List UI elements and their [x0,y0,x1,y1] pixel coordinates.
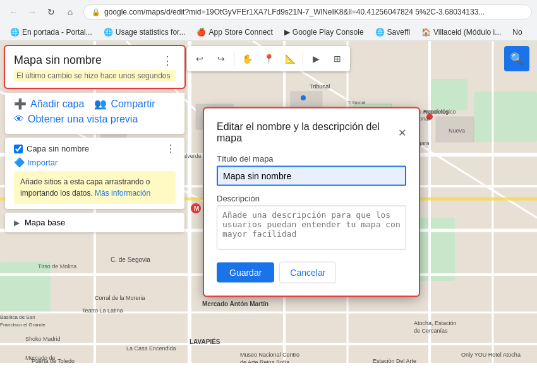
cancel-button[interactable]: Cancelar [279,262,336,283]
bookmark-saveffi[interactable]: 🌐 Saveffi [370,26,415,39]
bookmark-appstore[interactable]: 🍎 App Store Connect [191,26,277,39]
bookmark-label-more: No [512,28,522,37]
bookmarks-bar: 🌐 En portada - Portal... 🌐 Usage statist… [0,24,537,41]
modal-overlay: Editar el nombre y la descripción del ma… [0,41,537,363]
description-label: Descripción [217,194,406,203]
modal-title: Editar el nombre y la descripción del ma… [217,121,398,144]
address-bar[interactable]: 🔒 google.com/maps/d/edit?mid=19OtGyVFEr1… [83,4,532,20]
bookmark-label-usage: Usage statistics for... [116,28,186,37]
home-button[interactable]: ⌂ [62,4,78,20]
nav-bar: ← → ↻ ⌂ 🔒 google.com/maps/d/edit?mid=19O… [0,0,537,24]
map-description-textarea[interactable] [217,206,406,250]
back-button[interactable]: ← [5,4,21,20]
bookmark-icon-saveffi: 🌐 [375,28,385,37]
bookmark-label-googleplay: Google Play Console [293,28,364,37]
modal-actions: Guardar Cancelar [217,262,406,283]
lock-icon: 🔒 [92,8,100,16]
bookmark-icon-appstore: 🍎 [196,28,206,37]
bookmark-icon-usage: 🌐 [104,28,113,37]
bookmark-icon-googleplay: ▶ [284,28,290,37]
bookmark-label-villaceid: Villaceid (Módulo i... [433,28,501,37]
modal-dialog: Editar el nombre y la descripción del ma… [204,109,419,296]
bookmark-icon-villaceid: 🏠 [421,28,431,37]
modal-header: Editar el nombre y la descripción del ma… [217,121,406,144]
bookmark-label-saveffi: Saveffi [387,28,410,37]
bookmark-label-portada: En portada - Portal... [22,28,92,37]
title-field-label: Título del mapa [217,154,406,163]
bookmark-more[interactable]: No [507,26,527,39]
bookmark-label-appstore: App Store Connect [208,28,272,37]
address-text: google.com/maps/d/edit?mid=19OtGyVFEr1XA… [104,8,524,16]
bookmark-icon-portada: 🌐 [10,28,20,37]
bookmark-villaceid[interactable]: 🏠 Villaceid (Módulo i... [416,26,506,39]
bookmark-googleplay[interactable]: ▶ Google Play Console [279,26,369,39]
bookmark-usage[interactable]: 🌐 Usage statistics for... [99,26,191,39]
map-area: M M Tribunal Recoletos Chueca Gran Vía C… [0,41,537,363]
modal-close-button[interactable]: ✕ [398,126,406,138]
close-icon: ✕ [398,127,406,138]
bookmark-portada[interactable]: 🌐 En portada - Portal... [5,26,97,39]
forward-button[interactable]: → [24,4,40,20]
save-button[interactable]: Guardar [217,263,274,283]
map-title-input[interactable] [217,166,406,186]
reload-button[interactable]: ↻ [43,4,59,20]
nav-buttons: ← → ↻ ⌂ [5,4,78,20]
browser-chrome: ← → ↻ ⌂ 🔒 google.com/maps/d/edit?mid=19O… [0,0,537,41]
